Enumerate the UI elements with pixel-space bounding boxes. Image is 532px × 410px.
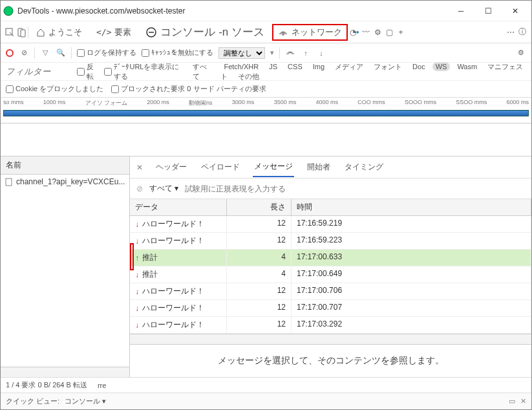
tab-initiator[interactable]: 開始者 — [306, 158, 332, 177]
col-data[interactable]: データ — [130, 199, 227, 215]
message-table-header: データ 長さ 時間 — [130, 199, 531, 216]
h-scrollbar[interactable] — [130, 334, 531, 344]
tab-headers[interactable]: ヘッダー — [154, 158, 188, 177]
filter-type-doc[interactable]: Doc — [409, 62, 429, 71]
upload-icon[interactable]: ↑ — [301, 48, 311, 58]
filter-type-フォント[interactable]: フォント — [370, 62, 405, 71]
col-time[interactable]: 時間 — [292, 199, 531, 215]
main-tabs: ようこそ </>要素 コンソール -n ソース ネットワーク ◔● 〰 ⚙ ▢ … — [1, 21, 531, 43]
filter-type-その他[interactable]: その他 — [235, 72, 262, 81]
blocked-requests-checkbox[interactable]: ブロックされた要求 0 サード パーティの要求 — [111, 84, 266, 94]
close-detail-icon[interactable]: ✕ — [136, 163, 143, 172]
tab-elements[interactable]: </>要素 — [90, 23, 138, 41]
filter-type-css[interactable]: CSS — [284, 62, 306, 71]
throttle-select[interactable]: 調整なし — [218, 47, 265, 59]
download-icon[interactable]: ↓ — [316, 48, 326, 58]
filter-type-wasm[interactable]: Wasm — [454, 62, 480, 71]
throttle-chevron-icon[interactable]: ▾ — [270, 49, 274, 57]
message-row[interactable]: ↑推計417:17:00.633 — [130, 250, 531, 266]
disable-cache-checkbox[interactable]: ｷｬｯｼｭを無効にする — [142, 48, 213, 58]
inspect-icon[interactable] — [5, 27, 15, 38]
invert-checkbox[interactable]: 反転 — [77, 62, 98, 81]
search-icon[interactable]: 🔍 — [56, 48, 66, 58]
checkbox-label: ｷｬｯｼｭを無効にする — [151, 48, 213, 58]
filter-all-dropdown[interactable]: すべて ▾ — [149, 183, 178, 194]
filter-type-js[interactable]: JS — [266, 62, 281, 71]
tab-payload[interactable]: ペイロード — [200, 158, 241, 177]
message-row[interactable]: ↓ハローワールド！1217:17:00.707 — [130, 300, 531, 317]
help-icon[interactable]: ⓘ — [517, 27, 527, 38]
drawer-icon[interactable]: ▭ — [509, 397, 515, 405]
h-scrollbar[interactable] — [1, 367, 129, 377]
message-data: ハローワールド！ — [142, 303, 204, 314]
svg-rect-3 — [21, 30, 25, 37]
timeline-label: 動物園ns — [189, 99, 213, 107]
name-column-header[interactable]: 名前 — [1, 156, 129, 175]
timeline-bar — [3, 110, 529, 116]
request-row[interactable]: channel_1?api_key=VCXCEu... — [1, 175, 129, 189]
timeline-label: 4000 ms — [315, 99, 338, 107]
clear-icon[interactable]: ⊘ — [19, 48, 29, 58]
message-row[interactable]: ↓ハローワールド！1217:16:59.219 — [130, 216, 531, 233]
settings-icon[interactable]: ⚙ — [372, 27, 383, 38]
add-tab-icon[interactable]: + — [396, 27, 406, 38]
message-row[interactable]: ↓ハローワールド！1217:17:03.292 — [130, 317, 531, 334]
filter-input[interactable] — [6, 67, 70, 76]
timeline-label: 3000 ms — [232, 99, 255, 107]
tab-messages[interactable]: メッセージ — [253, 157, 294, 177]
message-data: ハローワールド！ — [142, 319, 204, 330]
wifi-icon[interactable] — [285, 48, 295, 58]
device-icon[interactable] — [16, 27, 27, 38]
filter-all[interactable]: すべて — [189, 61, 215, 82]
timeline[interactable]: so mms1000 msアイソ フォーム2000 ms動物園ns3000 ms… — [1, 98, 531, 124]
tab-network[interactable]: ネットワーク — [272, 24, 348, 41]
maximize-button[interactable]: ☐ — [474, 1, 502, 21]
tab-label: コンソール -n ソース — [160, 25, 264, 39]
hide-dataurl-checkbox[interactable]: ﾃﾞｰﾀURLを非表示にする — [104, 62, 182, 81]
filter-type-メディア[interactable]: メディア — [332, 62, 367, 71]
col-length[interactable]: 長さ — [227, 199, 292, 215]
tab-timing[interactable]: タイミング — [343, 158, 385, 177]
filter-bar: 反転 ﾃﾞｰﾀURLを非表示にする すべて Fetch/XHRJSCSSImgメ… — [1, 63, 531, 81]
filter-icon[interactable]: ▽ — [40, 48, 50, 58]
tab-label: ネットワーク — [292, 27, 342, 38]
svg-point-0 — [4, 6, 13, 16]
file-icon — [5, 178, 13, 186]
status-requests: 1 / 4 要求 0 B/ 264 B 転送 — [6, 380, 87, 390]
blocked-cookies-checkbox[interactable]: Cookie をブロックしました — [6, 84, 103, 94]
lighthouse-icon[interactable]: ◔● — [349, 27, 359, 38]
close-drawer-icon[interactable]: ✕ — [520, 397, 526, 405]
request-name: channel_1?api_key=VCXCEu... — [16, 177, 125, 186]
checkbox-label: Cookie をブロックしました — [16, 84, 103, 94]
regex-input[interactable] — [185, 184, 525, 193]
filter-type-fetch/xhr[interactable]: Fetch/XHR — [220, 62, 262, 71]
timeline-label: so mms — [3, 99, 24, 107]
filter-bar-2: Cookie をブロックしました ブロックされた要求 0 サード パーティの要求 — [1, 81, 531, 98]
gear-icon[interactable]: ⚙ — [516, 48, 526, 58]
preserve-log-checkbox[interactable]: ログを保持する — [77, 48, 136, 58]
detail-tabs: ✕ ヘッダー ペイロード メッセージ 開始者 タイミング — [130, 156, 531, 178]
app-tab-icon[interactable]: ▢ — [384, 27, 394, 38]
message-length: 12 — [227, 216, 292, 232]
filter-type-ws[interactable]: WS — [432, 62, 451, 71]
tab-console[interactable]: コンソール -n ソース — [139, 21, 271, 43]
filter-type-img[interactable]: Img — [310, 62, 328, 71]
message-row[interactable]: ↓ハローワールド！1217:16:59.223 — [130, 233, 531, 250]
more-icon[interactable]: ⋯ — [505, 27, 516, 38]
timeline-label: アイソ フォーム — [85, 99, 128, 107]
performance-icon[interactable]: 〰 — [361, 27, 371, 38]
minimize-button[interactable]: ─ — [447, 1, 474, 21]
clear-messages-icon[interactable]: ⊘ — [136, 184, 143, 193]
message-row[interactable]: ↓ハローワールド！1217:17:00.706 — [130, 283, 531, 300]
direction-icon: ↓ — [135, 220, 139, 229]
record-button[interactable] — [6, 49, 14, 57]
quick-view-select[interactable]: コンソール ▾ — [65, 396, 106, 406]
message-length: 4 — [227, 266, 292, 283]
close-button[interactable]: ✕ — [502, 1, 529, 21]
direction-icon: ↓ — [135, 287, 139, 296]
tab-label: 要素 — [114, 27, 131, 38]
message-row[interactable]: ↓推計417:17:00.649 — [130, 266, 531, 283]
message-length: 4 — [227, 250, 292, 266]
direction-icon: ↓ — [135, 321, 139, 330]
tab-welcome[interactable]: ようこそ — [30, 23, 89, 41]
